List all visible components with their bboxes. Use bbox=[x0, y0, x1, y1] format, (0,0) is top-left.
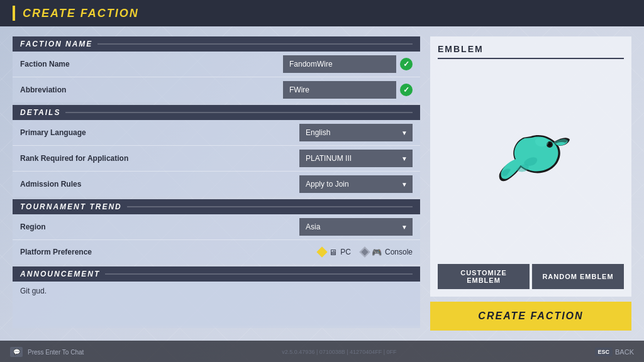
announcement-section: Git gud. bbox=[13, 282, 420, 328]
details-section-header: DETAILS bbox=[13, 105, 420, 120]
faction-name-row: Faction Name ✓ bbox=[13, 52, 420, 77]
pc-label: PC bbox=[340, 248, 351, 256]
announcement-header-text: ANNOUNCEMENT bbox=[20, 270, 100, 278]
abbreviation-label: Abbreviation bbox=[20, 85, 283, 94]
left-panel: FACTION NAME Faction Name ✓ Abbreviation… bbox=[13, 36, 420, 331]
announcement-section-header: ANNOUNCEMENT bbox=[13, 266, 420, 282]
title-accent bbox=[13, 6, 15, 21]
abbreviation-row: Abbreviation ✓ bbox=[13, 77, 420, 102]
faction-name-label: Faction Name bbox=[20, 60, 283, 69]
gamepad-icon: 🎮 bbox=[372, 248, 382, 257]
admission-rules-label: Admission Rules bbox=[20, 180, 299, 189]
primary-language-select[interactable]: English Spanish French German Japanese K… bbox=[299, 124, 413, 141]
details-header-text: DETAILS bbox=[20, 108, 60, 117]
right-panel: EMBLEM bbox=[430, 36, 631, 331]
console-label: Console bbox=[385, 248, 413, 256]
chat-icon: 💬 bbox=[10, 347, 23, 357]
admission-rules-select[interactable]: Open Apply to Join Invite Only bbox=[299, 175, 413, 193]
random-emblem-button[interactable]: RANDOM EMBLEM bbox=[532, 264, 624, 289]
version-info: v2.5.0.47936 | 0710038B | 41270404FF | 0… bbox=[282, 349, 396, 355]
faction-name-section-header: FACTION NAME bbox=[13, 36, 420, 52]
bottom-bar: 💬 Press Enter To Chat v2.5.0.47936 | 071… bbox=[0, 341, 644, 362]
esc-back[interactable]: ESC BACK bbox=[595, 348, 634, 356]
chat-prompt: 💬 Press Enter To Chat bbox=[10, 347, 84, 357]
content-area: FACTION NAME Faction Name ✓ Abbreviation… bbox=[0, 26, 644, 341]
region-label: Region bbox=[20, 222, 299, 231]
faction-name-input-wrapper: ✓ bbox=[283, 55, 413, 73]
page-title: CREATE FACTION bbox=[23, 7, 139, 20]
platform-preference-label: Platform Preference bbox=[20, 248, 318, 256]
faction-name-valid-icon: ✓ bbox=[400, 58, 413, 70]
details-section: Primary Language English Spanish French … bbox=[13, 120, 420, 197]
primary-language-select-wrapper: English Spanish French German Japanese K… bbox=[299, 124, 413, 141]
announcement-textarea[interactable]: Git gud. bbox=[13, 282, 420, 326]
rank-required-select[interactable]: BRONZE I SILVER I GOLD I PLATINUM III DI… bbox=[299, 150, 413, 167]
admission-rules-row: Admission Rules Open Apply to Join Invit… bbox=[13, 172, 420, 197]
create-faction-button[interactable]: CREATE FACTION bbox=[430, 302, 631, 331]
customize-emblem-button[interactable]: CUSTOMIZE EMBLEM bbox=[438, 264, 530, 289]
rank-required-row: Rank Required for Application BRONZE I S… bbox=[13, 146, 420, 172]
primary-language-row: Primary Language English Spanish French … bbox=[13, 120, 420, 146]
pc-platform-option[interactable]: 🖥 PC bbox=[318, 248, 351, 257]
emblem-buttons: CUSTOMIZE EMBLEM RANDOM EMBLEM bbox=[438, 264, 624, 289]
region-select-wrapper: Asia Europe North America South America … bbox=[299, 218, 413, 236]
region-row: Region Asia Europe North America South A… bbox=[13, 214, 420, 240]
monitor-icon: 🖥 bbox=[329, 248, 337, 257]
platform-options: 🖥 PC 🎮 Console bbox=[318, 248, 413, 257]
abbreviation-valid-icon: ✓ bbox=[400, 84, 413, 96]
region-select[interactable]: Asia Europe North America South America … bbox=[299, 218, 413, 236]
abbreviation-input[interactable] bbox=[283, 81, 396, 99]
esc-key: ESC bbox=[595, 348, 613, 356]
emblem-image bbox=[480, 118, 581, 206]
primary-language-label: Primary Language bbox=[20, 128, 299, 137]
svg-point-1 bbox=[548, 143, 552, 146]
emblem-title: EMBLEM bbox=[438, 44, 624, 59]
tournament-trend-section: Region Asia Europe North America South A… bbox=[13, 214, 420, 264]
tournament-trend-section-header: TOURNAMENT TREND bbox=[13, 199, 420, 214]
emblem-display bbox=[438, 64, 624, 259]
abbreviation-input-wrapper: ✓ bbox=[283, 81, 413, 99]
rank-required-select-wrapper: BRONZE I SILVER I GOLD I PLATINUM III DI… bbox=[299, 150, 413, 167]
pc-radio-diamond[interactable] bbox=[317, 247, 328, 258]
back-label: BACK bbox=[615, 348, 634, 356]
chat-prompt-text: Press Enter To Chat bbox=[28, 349, 84, 356]
emblem-container: EMBLEM bbox=[430, 36, 631, 297]
title-bar: CREATE FACTION bbox=[0, 0, 644, 26]
faction-name-header-text: FACTION NAME bbox=[20, 40, 92, 48]
faction-name-section: Faction Name ✓ Abbreviation ✓ bbox=[13, 52, 420, 102]
platform-preference-row: Platform Preference 🖥 PC 🎮 Console bbox=[13, 240, 420, 264]
faction-name-input[interactable] bbox=[283, 55, 396, 73]
admission-rules-select-wrapper: Open Apply to Join Invite Only ▼ bbox=[299, 175, 413, 193]
rank-required-label: Rank Required for Application bbox=[20, 154, 299, 163]
console-radio-diamond[interactable] bbox=[359, 247, 370, 258]
tournament-trend-header-text: TOURNAMENT TREND bbox=[20, 202, 122, 211]
console-platform-option[interactable]: 🎮 Console bbox=[361, 248, 413, 257]
